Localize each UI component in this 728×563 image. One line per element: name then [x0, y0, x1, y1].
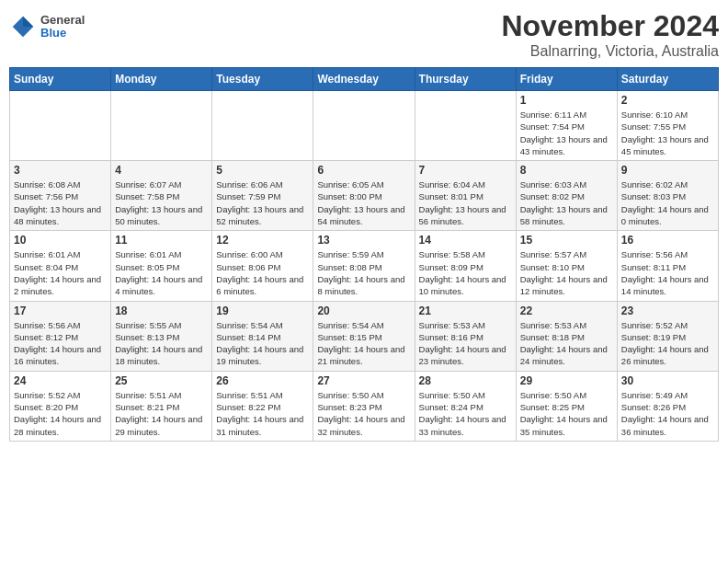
calendar-cell: 22Sunrise: 5:53 AMSunset: 8:18 PMDayligh… — [516, 301, 617, 371]
day-info: Sunrise: 5:52 AMSunset: 8:19 PMDaylight:… — [621, 319, 714, 368]
day-number: 23 — [621, 304, 714, 317]
day-number: 2 — [621, 94, 714, 107]
calendar-cell: 1Sunrise: 6:11 AMSunset: 7:54 PMDaylight… — [516, 91, 617, 161]
calendar-cell: 5Sunrise: 6:06 AMSunset: 7:59 PMDaylight… — [212, 161, 313, 231]
day-info: Sunrise: 5:51 AMSunset: 8:21 PMDaylight:… — [115, 389, 208, 438]
calendar-week-row: 10Sunrise: 6:01 AMSunset: 8:04 PMDayligh… — [10, 231, 719, 301]
day-info: Sunrise: 6:08 AMSunset: 7:56 PMDaylight:… — [14, 178, 107, 227]
day-number: 12 — [216, 234, 309, 247]
calendar-cell: 17Sunrise: 5:56 AMSunset: 8:12 PMDayligh… — [10, 301, 111, 371]
day-info: Sunrise: 6:06 AMSunset: 7:59 PMDaylight:… — [216, 178, 309, 227]
weekday-header-friday: Friday — [516, 68, 617, 91]
calendar-cell — [111, 91, 212, 161]
day-info: Sunrise: 6:01 AMSunset: 8:05 PMDaylight:… — [115, 248, 208, 297]
weekday-header-wednesday: Wednesday — [313, 68, 415, 91]
day-number: 3 — [14, 164, 107, 177]
day-info: Sunrise: 6:00 AMSunset: 8:06 PMDaylight:… — [216, 248, 309, 297]
calendar-cell: 8Sunrise: 6:03 AMSunset: 8:02 PMDaylight… — [516, 161, 617, 231]
day-number: 15 — [520, 234, 613, 247]
day-number: 21 — [419, 304, 512, 317]
weekday-header-monday: Monday — [111, 68, 212, 91]
day-number: 9 — [621, 164, 714, 177]
logo-blue: Blue — [40, 27, 85, 40]
day-info: Sunrise: 5:56 AMSunset: 8:11 PMDaylight:… — [621, 248, 714, 297]
day-number: 24 — [14, 374, 107, 387]
day-info: Sunrise: 6:05 AMSunset: 8:00 PMDaylight:… — [317, 178, 410, 227]
day-number: 8 — [520, 164, 613, 177]
day-number: 14 — [419, 234, 512, 247]
day-number: 30 — [621, 374, 714, 387]
day-number: 10 — [14, 234, 107, 247]
day-number: 19 — [216, 304, 309, 317]
day-number: 16 — [621, 234, 714, 247]
day-info: Sunrise: 5:57 AMSunset: 8:10 PMDaylight:… — [520, 248, 613, 297]
calendar-cell: 12Sunrise: 6:00 AMSunset: 8:06 PMDayligh… — [212, 231, 313, 301]
day-info: Sunrise: 5:58 AMSunset: 8:09 PMDaylight:… — [419, 248, 512, 297]
svg-marker-1 — [23, 17, 33, 27]
day-info: Sunrise: 5:54 AMSunset: 8:14 PMDaylight:… — [216, 319, 309, 368]
day-info: Sunrise: 5:53 AMSunset: 8:18 PMDaylight:… — [520, 319, 613, 368]
calendar-cell — [212, 91, 313, 161]
day-number: 11 — [115, 234, 208, 247]
calendar-cell: 26Sunrise: 5:51 AMSunset: 8:22 PMDayligh… — [212, 371, 313, 441]
calendar-week-row: 17Sunrise: 5:56 AMSunset: 8:12 PMDayligh… — [10, 301, 719, 371]
calendar-cell: 24Sunrise: 5:52 AMSunset: 8:20 PMDayligh… — [10, 371, 111, 441]
day-number: 26 — [216, 374, 309, 387]
logo-text: General Blue — [40, 14, 85, 40]
calendar-cell: 16Sunrise: 5:56 AMSunset: 8:11 PMDayligh… — [617, 231, 718, 301]
page-header: General Blue November 2024 Balnarring, V… — [9, 9, 719, 60]
day-number: 22 — [520, 304, 613, 317]
calendar-cell: 6Sunrise: 6:05 AMSunset: 8:00 PMDaylight… — [313, 161, 415, 231]
day-info: Sunrise: 6:02 AMSunset: 8:03 PMDaylight:… — [621, 178, 714, 227]
calendar-cell: 14Sunrise: 5:58 AMSunset: 8:09 PMDayligh… — [415, 231, 516, 301]
month-title: November 2024 — [501, 9, 719, 43]
day-number: 7 — [419, 164, 512, 177]
calendar-cell: 15Sunrise: 5:57 AMSunset: 8:10 PMDayligh… — [516, 231, 617, 301]
day-number: 4 — [115, 164, 208, 177]
calendar-cell — [10, 91, 111, 161]
day-number: 6 — [317, 164, 410, 177]
calendar-cell: 18Sunrise: 5:55 AMSunset: 8:13 PMDayligh… — [111, 301, 212, 371]
calendar-week-row: 1Sunrise: 6:11 AMSunset: 7:54 PMDaylight… — [10, 91, 719, 161]
title-block: November 2024 Balnarring, Victoria, Aust… — [501, 9, 719, 60]
calendar-cell — [415, 91, 516, 161]
calendar-cell: 25Sunrise: 5:51 AMSunset: 8:21 PMDayligh… — [111, 371, 212, 441]
day-number: 18 — [115, 304, 208, 317]
weekday-header-tuesday: Tuesday — [212, 68, 313, 91]
calendar-cell: 29Sunrise: 5:50 AMSunset: 8:25 PMDayligh… — [516, 371, 617, 441]
day-info: Sunrise: 5:50 AMSunset: 8:25 PMDaylight:… — [520, 389, 613, 438]
day-info: Sunrise: 6:11 AMSunset: 7:54 PMDaylight:… — [520, 109, 613, 157]
day-info: Sunrise: 6:03 AMSunset: 8:02 PMDaylight:… — [520, 178, 613, 227]
day-number: 5 — [216, 164, 309, 177]
weekday-header-thursday: Thursday — [415, 68, 516, 91]
day-info: Sunrise: 5:52 AMSunset: 8:20 PMDaylight:… — [14, 389, 107, 438]
day-info: Sunrise: 5:56 AMSunset: 8:12 PMDaylight:… — [14, 319, 107, 368]
calendar-table: SundayMondayTuesdayWednesdayThursdayFrid… — [9, 67, 719, 442]
day-number: 27 — [317, 374, 410, 387]
calendar-cell: 9Sunrise: 6:02 AMSunset: 8:03 PMDaylight… — [617, 161, 718, 231]
calendar-cell: 28Sunrise: 5:50 AMSunset: 8:24 PMDayligh… — [415, 371, 516, 441]
day-info: Sunrise: 6:04 AMSunset: 8:01 PMDaylight:… — [419, 178, 512, 227]
logo-general: General — [40, 14, 85, 27]
calendar-cell: 23Sunrise: 5:52 AMSunset: 8:19 PMDayligh… — [617, 301, 718, 371]
calendar-cell: 19Sunrise: 5:54 AMSunset: 8:14 PMDayligh… — [212, 301, 313, 371]
day-info: Sunrise: 5:53 AMSunset: 8:16 PMDaylight:… — [419, 319, 512, 368]
weekday-header-row: SundayMondayTuesdayWednesdayThursdayFrid… — [10, 68, 719, 91]
calendar-cell: 4Sunrise: 6:07 AMSunset: 7:58 PMDaylight… — [111, 161, 212, 231]
logo: General Blue — [9, 13, 85, 40]
calendar-cell: 30Sunrise: 5:49 AMSunset: 8:26 PMDayligh… — [617, 371, 718, 441]
day-info: Sunrise: 6:01 AMSunset: 8:04 PMDaylight:… — [14, 248, 107, 297]
day-info: Sunrise: 5:51 AMSunset: 8:22 PMDaylight:… — [216, 389, 309, 438]
calendar-cell: 7Sunrise: 6:04 AMSunset: 8:01 PMDaylight… — [415, 161, 516, 231]
day-number: 1 — [520, 94, 613, 107]
day-info: Sunrise: 6:07 AMSunset: 7:58 PMDaylight:… — [115, 178, 208, 227]
calendar-cell: 20Sunrise: 5:54 AMSunset: 8:15 PMDayligh… — [313, 301, 415, 371]
calendar-cell — [313, 91, 415, 161]
day-number: 20 — [317, 304, 410, 317]
day-info: Sunrise: 5:50 AMSunset: 8:24 PMDaylight:… — [419, 389, 512, 438]
location-subtitle: Balnarring, Victoria, Australia — [501, 43, 719, 60]
day-info: Sunrise: 5:55 AMSunset: 8:13 PMDaylight:… — [115, 319, 208, 368]
calendar-cell: 11Sunrise: 6:01 AMSunset: 8:05 PMDayligh… — [111, 231, 212, 301]
weekday-header-saturday: Saturday — [617, 68, 718, 91]
day-info: Sunrise: 6:10 AMSunset: 7:55 PMDaylight:… — [621, 109, 714, 157]
